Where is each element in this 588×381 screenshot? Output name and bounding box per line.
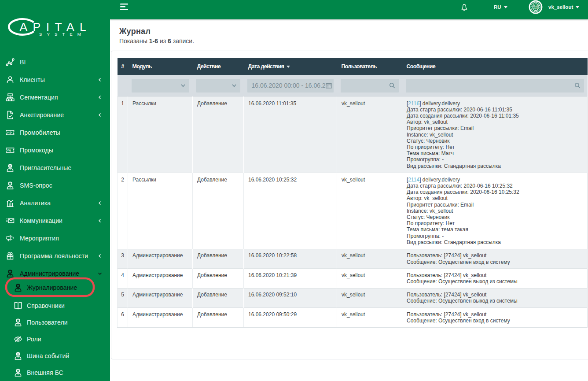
svg-text:SYSTEM: SYSTEM bbox=[39, 32, 86, 37]
svg-text:APITAL: APITAL bbox=[20, 20, 92, 33]
svg-text:OUT: OUT bbox=[533, 7, 539, 10]
svg-text:%: % bbox=[8, 149, 11, 152]
